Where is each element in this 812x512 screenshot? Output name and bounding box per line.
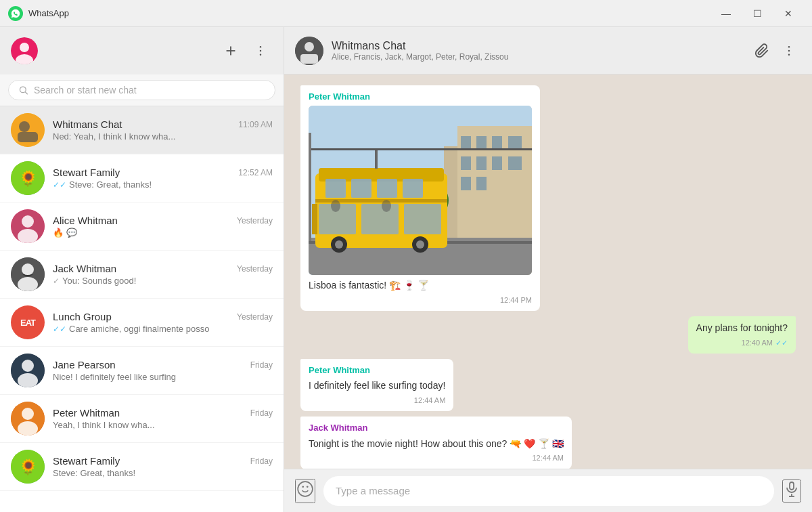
chat-name: Whitmans Chat bbox=[53, 119, 122, 130]
chat-item-stewart-family-2[interactable]: 🌻 Stewart Family Friday Steve: Great, th… bbox=[0, 443, 284, 491]
svg-rect-76 bbox=[790, 482, 794, 490]
message-bubble-3: Peter Whitman I definitely feel like sur… bbox=[300, 359, 453, 411]
svg-point-18 bbox=[18, 229, 38, 243]
chat-info-peter-whitman: Peter Whitman Friday Yeah, I think I kno… bbox=[53, 407, 273, 430]
svg-point-27 bbox=[18, 421, 38, 435]
svg-point-23 bbox=[22, 360, 34, 372]
add-icon bbox=[223, 43, 238, 58]
mic-button[interactable] bbox=[782, 479, 801, 503]
app-container: Whitmans Chat 11:09 AM Ned: Yeah, I thin… bbox=[0, 27, 812, 512]
svg-rect-67 bbox=[375, 150, 378, 169]
chat-preview: Ned: Yeah, I think I know wha... bbox=[53, 131, 273, 142]
maximize-button[interactable]: ☐ bbox=[742, 0, 773, 27]
title-bar: WhatsApp — ☐ ✕ bbox=[0, 0, 812, 27]
message-time-4: 12:44 AM bbox=[532, 453, 563, 463]
message-meta-3: 12:44 AM bbox=[309, 396, 445, 406]
chat-item-alice-whitman[interactable]: Alice Whitman Yesterday 🔥 💬 bbox=[0, 202, 284, 251]
chat-time: 11:09 AM bbox=[238, 120, 273, 129]
svg-point-26 bbox=[22, 408, 34, 420]
search-input-wrap bbox=[8, 80, 275, 100]
chat-header-avatar bbox=[295, 37, 323, 65]
chat-header-left[interactable]: Whitmans Chat Alice, Francis, Jack, Marg… bbox=[295, 37, 508, 65]
chat-item-stewart-family[interactable]: 🌻 Stewart Family 12:52 AM ✓✓ Steve: Grea… bbox=[0, 154, 284, 202]
chat-info-alice-whitman: Alice Whitman Yesterday 🔥 💬 bbox=[53, 215, 273, 238]
attach-button[interactable] bbox=[750, 39, 774, 63]
chat-name: Lunch Group bbox=[53, 311, 112, 322]
message-bubble-2: Any plans for tonight? 12:40 AM ✓✓ bbox=[688, 316, 796, 354]
svg-rect-58 bbox=[403, 179, 423, 198]
message-image-1[interactable] bbox=[309, 106, 532, 275]
double-check-icon: ✓✓ bbox=[53, 324, 66, 334]
menu-button[interactable] bbox=[248, 39, 273, 63]
svg-point-34 bbox=[788, 49, 790, 51]
chat-item-whitmans-chat[interactable]: Whitmans Chat 11:09 AM Ned: Yeah, I thin… bbox=[0, 106, 284, 154]
chat-preview: Steve: Great, thanks! bbox=[53, 468, 273, 478]
sidebar: Whitmans Chat 11:09 AM Ned: Yeah, I thin… bbox=[0, 27, 284, 512]
mic-icon bbox=[784, 481, 800, 497]
svg-point-35 bbox=[788, 54, 790, 56]
chat-time: 12:52 AM bbox=[238, 168, 273, 177]
chat-item-peter-whitman[interactable]: Peter Whitman Friday Yeah, I think I kno… bbox=[0, 395, 284, 443]
svg-point-12 bbox=[19, 121, 30, 132]
message-sender-4: Jack Whitman bbox=[309, 422, 564, 434]
chat-time: Yesterday bbox=[237, 312, 273, 322]
svg-point-17 bbox=[22, 215, 34, 228]
message-time-3: 12:44 AM bbox=[414, 396, 445, 406]
minimize-button[interactable]: — bbox=[710, 0, 742, 27]
message-bubble-1: Peter Whitman bbox=[300, 85, 540, 311]
svg-point-33 bbox=[788, 45, 790, 47]
chat-menu-button[interactable] bbox=[777, 39, 801, 63]
new-chat-button[interactable] bbox=[219, 39, 243, 63]
svg-point-70 bbox=[331, 200, 340, 212]
avatar-lunch-group: EAT bbox=[11, 305, 45, 339]
svg-rect-44 bbox=[476, 156, 487, 170]
avatar-jane-pearson bbox=[11, 354, 45, 387]
svg-point-8 bbox=[260, 54, 262, 56]
person-avatar-icon bbox=[11, 354, 45, 387]
chat-name-row: Peter Whitman Friday bbox=[53, 407, 273, 419]
avatar-jack-whitman bbox=[11, 257, 45, 291]
svg-text:🌻: 🌻 bbox=[19, 169, 38, 188]
svg-point-73 bbox=[298, 482, 313, 496]
chat-name: Stewart Family bbox=[53, 455, 120, 467]
chat-info-whitmans-chat: Whitmans Chat 11:09 AM Ned: Yeah, I thin… bbox=[53, 119, 273, 142]
chat-info-jack-whitman: Jack Whitman Yesterday ✓ You: Sounds goo… bbox=[53, 263, 273, 286]
chat-info-jane-pearson: Jane Pearson Friday Nice! I definitely f… bbox=[53, 359, 273, 382]
paperclip-icon bbox=[754, 43, 769, 58]
chat-info-stewart-family-2: Stewart Family Friday Steve: Great, than… bbox=[53, 455, 273, 478]
close-button[interactable]: ✕ bbox=[773, 0, 804, 27]
emoji-icon bbox=[296, 480, 314, 498]
messages-container: Peter Whitman bbox=[284, 74, 812, 469]
chat-area: Whitmans Chat Alice, Francis, Jack, Marg… bbox=[284, 27, 812, 512]
avatar-stewart-family-2: 🌻 bbox=[11, 450, 45, 484]
chat-preview: ✓✓ Care amiche, oggi finalmente posso bbox=[53, 324, 273, 334]
chat-info-lunch-group: Lunch Group Yesterday ✓✓ Care amiche, og… bbox=[53, 311, 273, 334]
svg-rect-62 bbox=[312, 204, 317, 234]
chat-preview: Nice! I definitely feel like surfing bbox=[53, 372, 273, 382]
chat-group-name: Whitmans Chat bbox=[332, 40, 508, 52]
svg-point-31 bbox=[304, 42, 314, 51]
svg-point-7 bbox=[260, 50, 262, 52]
user-avatar-icon bbox=[11, 37, 38, 64]
app-title: WhatsApp bbox=[28, 8, 69, 18]
chat-name-row: Lunch Group Yesterday bbox=[53, 311, 273, 322]
message-text-3: I definitely feel like surfing today! bbox=[309, 379, 445, 393]
emoji-button[interactable] bbox=[295, 479, 315, 503]
search-input[interactable] bbox=[34, 85, 265, 95]
avatar-alice-whitman bbox=[11, 209, 45, 243]
user-avatar[interactable] bbox=[11, 37, 38, 64]
chat-item-jane-pearson[interactable]: Jane Pearson Friday Nice! I definitely f… bbox=[0, 347, 284, 395]
chat-item-jack-whitman[interactable]: Jack Whitman Yesterday ✓ You: Sounds goo… bbox=[0, 251, 284, 299]
chat-item-lunch-group[interactable]: EAT Lunch Group Yesterday ✓✓ Care amiche… bbox=[0, 299, 284, 347]
svg-rect-72 bbox=[309, 133, 311, 241]
chat-time: Friday bbox=[250, 456, 273, 466]
read-check-icon: ✓✓ bbox=[775, 338, 788, 348]
message-input[interactable] bbox=[323, 476, 774, 506]
chat-name-row: Jane Pearson Friday bbox=[53, 359, 273, 370]
single-check-icon: ✓ bbox=[53, 276, 60, 286]
svg-point-21 bbox=[18, 277, 38, 291]
chat-name-row: Stewart Family Friday bbox=[53, 455, 273, 467]
message-text-1: Lisboa is fantastic! 🏗️ 🍷 🍸 bbox=[309, 279, 532, 293]
avatar-whitmans-chat bbox=[11, 113, 45, 147]
tram-photo bbox=[309, 106, 532, 275]
